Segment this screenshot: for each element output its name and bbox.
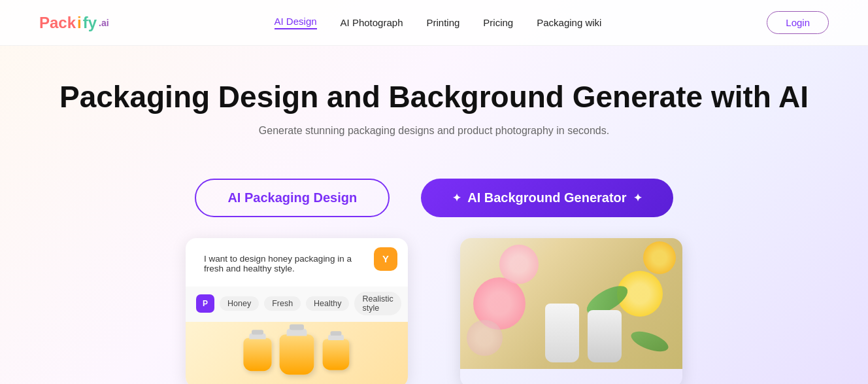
honey-image bbox=[186, 322, 408, 384]
nav-printing[interactable]: Printing bbox=[426, 17, 459, 28]
nav-packaging-wiki[interactable]: Packaging wiki bbox=[537, 17, 601, 28]
flower-5 bbox=[467, 320, 503, 356]
logo[interactable]: Packify.ai bbox=[39, 14, 109, 32]
honey-jar-1 bbox=[243, 338, 271, 371]
tag-honey: Honey bbox=[220, 296, 259, 311]
hero-title: Packaging Design and Background Generate… bbox=[0, 80, 868, 114]
nav-ai-photograph[interactable]: AI Photograph bbox=[341, 17, 403, 28]
logo-text-pack: Pack bbox=[39, 14, 76, 32]
hero-subtitle: Generate stunning packaging designs and … bbox=[0, 125, 868, 137]
ai-packaging-design-button[interactable]: AI Packaging Design bbox=[195, 179, 390, 217]
nav-links: AI Design AI Photograph Printing Pricing… bbox=[275, 16, 602, 29]
logo-text-fy: fy bbox=[83, 14, 97, 32]
ai-background-generator-button[interactable]: ✦ AI Background Generator ✦ bbox=[421, 179, 673, 217]
bottle-2 bbox=[588, 310, 622, 362]
bottle-1 bbox=[545, 304, 579, 362]
tags-row: P Honey Fresh Healthy Realistic style bbox=[186, 287, 408, 322]
ai-background-label: AI Background Generator bbox=[467, 190, 626, 205]
right-card bbox=[460, 238, 682, 384]
sparkle-left-icon: ✦ bbox=[452, 192, 461, 204]
sparkle-right-icon: ✦ bbox=[633, 192, 642, 204]
logo-text-i: i bbox=[77, 14, 82, 32]
nav-pricing[interactable]: Pricing bbox=[483, 17, 513, 28]
nav-ai-design[interactable]: AI Design bbox=[275, 16, 317, 29]
avatar-y: Y bbox=[374, 247, 397, 271]
login-button[interactable]: Login bbox=[767, 11, 829, 34]
hero-section: Packaging Design and Background Generate… bbox=[0, 46, 868, 179]
flower-2 bbox=[499, 245, 539, 284]
tag-fresh: Fresh bbox=[264, 296, 301, 311]
product-photo bbox=[460, 238, 682, 369]
leaf-2 bbox=[629, 327, 671, 355]
left-card: I want to design honey packaging in a fr… bbox=[186, 238, 408, 384]
flower-4 bbox=[643, 241, 676, 274]
logo-text-ai: .ai bbox=[99, 18, 109, 28]
avatar-p: P bbox=[196, 294, 214, 313]
honey-jar-2 bbox=[280, 334, 314, 375]
chat-bubble: I want to design honey packaging in a fr… bbox=[196, 247, 367, 280]
navbar: Packify.ai AI Design AI Photograph Print… bbox=[0, 0, 868, 46]
chat-row: I want to design honey packaging in a fr… bbox=[186, 238, 408, 287]
cards-area: I want to design honey packaging in a fr… bbox=[0, 238, 868, 384]
tag-healthy: Healthy bbox=[306, 296, 349, 311]
toggle-area: AI Packaging Design ✦ AI Background Gene… bbox=[0, 179, 868, 217]
honey-jar-3 bbox=[323, 339, 350, 370]
tag-realistic: Realistic style bbox=[354, 292, 401, 315]
